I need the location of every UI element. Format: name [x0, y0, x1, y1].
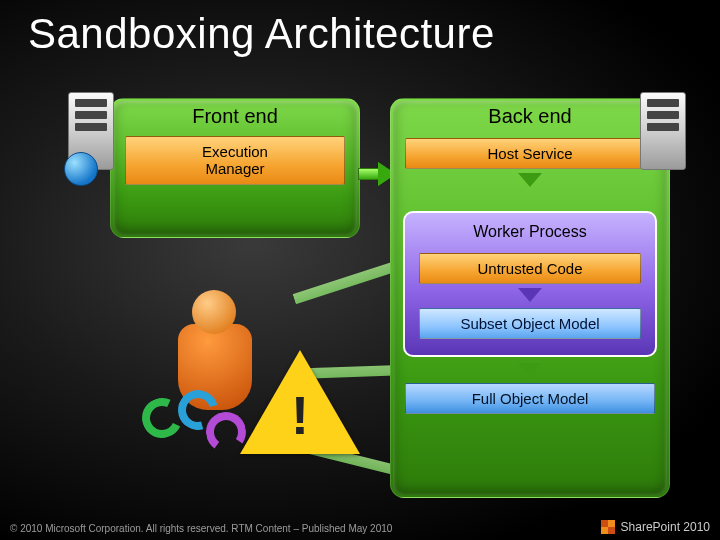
product-logo: SharePoint 2010 [601, 520, 710, 534]
front-end-heading: Front end [111, 99, 359, 132]
footer: © 2010 Microsoft Corporation. All rights… [10, 520, 710, 534]
product-name: SharePoint 2010 [621, 520, 710, 534]
subset-object-model-box: Subset Object Model [419, 308, 641, 339]
arrow-down-2 [518, 288, 542, 302]
recycle-arrows-icon [142, 390, 252, 460]
host-service-box: Host Service [405, 138, 655, 169]
back-end-panel: Back end Host Service Worker Process Unt… [390, 98, 670, 498]
untrusted-code-box: Untrusted Code [419, 253, 641, 284]
diagram-stage: Front end Execution Manager Back end Hos… [40, 90, 680, 510]
front-end-panel: Front end Execution Manager [110, 98, 360, 238]
back-end-heading: Back end [391, 99, 669, 132]
page-title: Sandboxing Architecture [0, 0, 720, 58]
arrow-down-3 [518, 363, 542, 377]
arrow-down-1 [518, 173, 542, 187]
full-object-model-box: Full Object Model [405, 383, 655, 414]
execution-manager-box: Execution Manager [125, 136, 345, 185]
user-cluster [130, 260, 370, 490]
globe-icon [64, 152, 98, 186]
sharepoint-icon [601, 520, 615, 534]
warning-triangle-icon [240, 350, 360, 454]
worker-process-container: Worker Process Untrusted Code Subset Obj… [403, 211, 657, 357]
worker-process-heading: Worker Process [411, 219, 649, 247]
back-end-server-icon [640, 92, 686, 170]
copyright-text: © 2010 Microsoft Corporation. All rights… [10, 523, 392, 534]
